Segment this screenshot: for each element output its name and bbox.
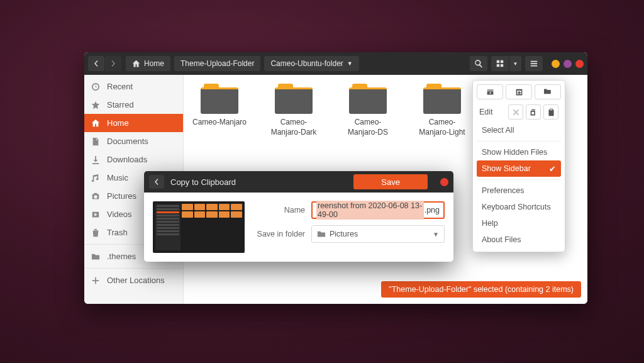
home-icon	[132, 60, 140, 68]
video-icon	[91, 209, 101, 220]
folder-item[interactable]: Cameo-Manjaro-Dark	[265, 84, 322, 147]
window-controls	[552, 60, 584, 68]
folder-icon	[275, 84, 313, 114]
screenshot-thumbnail	[153, 201, 245, 253]
folder-item[interactable]: Cameo-Manjaro-DS	[340, 84, 396, 147]
menu-help[interactable]: Help	[477, 215, 561, 232]
sidebar-item-label: Starred	[107, 100, 134, 109]
sidebar-item-starred[interactable]: Starred	[84, 96, 183, 114]
menu-separator	[477, 141, 561, 142]
maximize-button[interactable]	[564, 60, 572, 68]
menu-select-all[interactable]: Select All	[477, 122, 561, 138]
sidebar-separator	[84, 268, 183, 269]
sidebar-item-downloads[interactable]: Downloads	[84, 150, 183, 169]
sidebar-item-label: .themes	[107, 252, 136, 261]
sidebar-item-label: Downloads	[107, 155, 147, 164]
view-dropdown-button[interactable]: ▼	[509, 56, 521, 71]
menu-shortcuts[interactable]: Keyboard Shortcuts	[477, 199, 561, 215]
menu-show-hidden[interactable]: Show Hidden Files	[477, 144, 561, 160]
sidebar-item-label: Documents	[107, 137, 148, 146]
sidebar-item-other-locations[interactable]: Other Locations	[84, 271, 183, 289]
nav-back-button[interactable]	[88, 56, 104, 71]
menu-about[interactable]: About Files	[477, 232, 561, 248]
document-icon	[91, 137, 101, 147]
sidebar-item-label: Other Locations	[107, 276, 165, 285]
sidebar-item-label: Pictures	[107, 191, 136, 201]
clock-icon	[91, 82, 101, 92]
paste-button[interactable]	[543, 104, 558, 120]
sidebar-item-label: Trash	[107, 228, 128, 237]
screenshot-save-dialog: Copy to Clipboard Save Name reenshot fro…	[144, 171, 453, 262]
music-icon	[91, 173, 101, 183]
trash-icon	[91, 228, 101, 238]
titlebar: Home Theme-Upload-Folder Cameo-Ubuntu-fo…	[84, 52, 587, 75]
view-mode-button[interactable]	[491, 56, 509, 71]
sidebar-item-documents[interactable]: Documents	[84, 132, 183, 150]
search-button[interactable]	[470, 56, 487, 71]
save-folder-select[interactable]: Pictures ▼	[311, 225, 445, 243]
menu-edit-label: Edit	[479, 108, 506, 116]
sidebar-item-label: Recent	[107, 82, 133, 91]
filename-selected-text: reenshot from 2020-06-08 13-49-00	[316, 201, 424, 220]
chevron-down-icon: ▼	[433, 231, 439, 238]
new-window-button[interactable]	[506, 84, 532, 99]
filename-input[interactable]: reenshot from 2020-06-08 13-49-00.png	[311, 201, 445, 219]
menu-preferences[interactable]: Preferences	[477, 182, 561, 199]
filename-extension: .png	[425, 206, 440, 215]
camera-icon	[91, 191, 101, 201]
dialog-close-button[interactable]	[440, 178, 448, 186]
menu-show-sidebar[interactable]: Show Sidebar ✔	[477, 160, 561, 177]
sidebar-item-home[interactable]: Home	[84, 114, 183, 132]
nav-forward-button[interactable]	[105, 56, 121, 71]
menu-separator	[477, 179, 561, 180]
folder-label: Cameo-Manjaro-Light	[414, 118, 470, 137]
status-bar: "Theme-Upload-Folder" selected (containi…	[381, 281, 581, 298]
chevron-down-icon: ▼	[347, 60, 353, 67]
sidebar-item-label: Music	[107, 173, 128, 182]
plus-icon	[91, 276, 101, 286]
sidebar-item-label: Videos	[107, 209, 132, 219]
dialog-title: Copy to Clipboard	[170, 177, 236, 187]
breadcrumb-home-label: Home	[144, 59, 164, 68]
name-label: Name	[255, 206, 311, 215]
dialog-header: Copy to Clipboard Save	[144, 171, 453, 193]
sidebar-item-recent[interactable]: Recent	[84, 77, 183, 96]
close-button[interactable]	[575, 60, 584, 68]
folder-label: Cameo-Manjaro-DS	[340, 118, 396, 137]
folder-label: Cameo-Manjaro	[191, 118, 248, 128]
save-in-label: Save in folder	[255, 230, 311, 238]
sidebar-item-label: Home	[107, 118, 129, 128]
breadcrumb-folder-1[interactable]: Theme-Upload-Folder	[174, 56, 260, 71]
copy-button[interactable]	[526, 104, 541, 120]
folder-item[interactable]: Cameo-Manjaro	[191, 84, 248, 147]
dialog-back-button[interactable]	[149, 175, 164, 189]
breadcrumb-home[interactable]: Home	[126, 56, 170, 71]
folder-icon	[423, 84, 461, 114]
check-icon: ✔	[549, 164, 556, 174]
save-button[interactable]: Save	[353, 174, 428, 189]
minimize-button[interactable]	[552, 60, 560, 68]
folder-icon	[349, 84, 387, 114]
star-icon	[91, 100, 101, 110]
folder-icon	[317, 230, 326, 238]
chevron-down-icon: ▼	[513, 61, 518, 67]
download-icon	[91, 155, 101, 165]
home-icon	[91, 118, 101, 128]
save-folder-label: Pictures	[330, 230, 358, 238]
breadcrumb-folder-2[interactable]: Cameo-Ubuntu-folder ▼	[264, 56, 358, 71]
folder-label: Cameo-Manjaro-Dark	[265, 118, 322, 137]
hamburger-menu-button[interactable]	[525, 56, 543, 71]
cut-button[interactable]	[508, 104, 523, 120]
new-tab-button[interactable]	[477, 84, 503, 99]
main-menu-popover: Edit Select All Show Hidden Files Show S…	[472, 80, 565, 252]
new-folder-button[interactable]	[535, 84, 561, 99]
folder-icon	[91, 252, 101, 262]
folder-item[interactable]: Cameo-Manjaro-Light	[414, 84, 470, 147]
folder-icon	[201, 84, 238, 114]
